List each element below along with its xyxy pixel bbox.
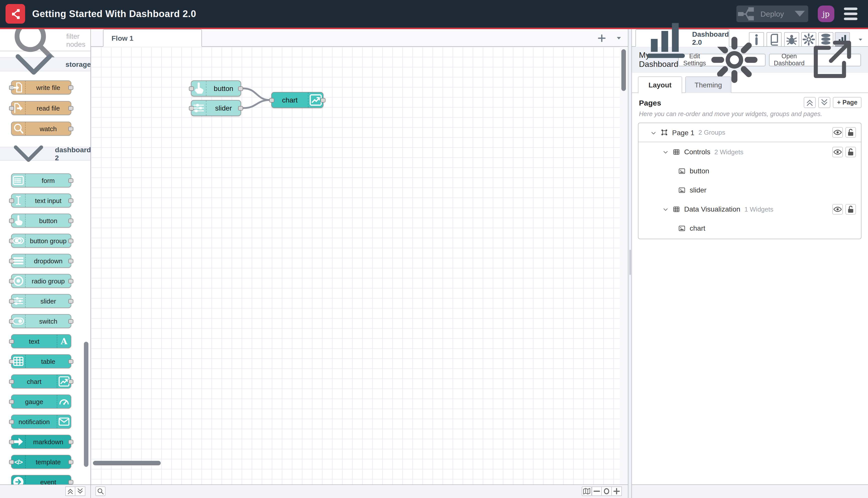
- port-out[interactable]: [320, 98, 325, 102]
- port-out[interactable]: [68, 85, 74, 90]
- palette-scrollbar[interactable]: [84, 342, 89, 467]
- palette-node-event[interactable]: event: [11, 475, 71, 484]
- zoom-in-button[interactable]: [612, 486, 622, 496]
- tree-row-data-visualization[interactable]: Data Visualization 1 Widgets: [639, 199, 861, 219]
- user-avatar[interactable]: jp: [818, 5, 834, 22]
- port-out[interactable]: [68, 178, 74, 183]
- palette-node-markdown[interactable]: markdown: [11, 435, 71, 449]
- collapse-all-button[interactable]: [65, 486, 75, 496]
- flow-canvas[interactable]: button slider chart: [91, 47, 620, 484]
- move-up-button[interactable]: [804, 97, 816, 108]
- move-down-button[interactable]: [818, 97, 831, 108]
- widget-count-badge: 2 Widgets: [714, 148, 744, 156]
- workspace: Flow 1 button slider: [91, 29, 628, 484]
- port-out[interactable]: [68, 218, 74, 223]
- port-out[interactable]: [68, 198, 74, 203]
- tab-debug[interactable]: [784, 32, 799, 47]
- palette-node-form[interactable]: form: [11, 173, 71, 187]
- flow-node-button[interactable]: button: [191, 80, 241, 96]
- edit-settings-button[interactable]: Edit Settings: [678, 53, 765, 66]
- flow-list-button[interactable]: [615, 35, 623, 42]
- chevron-down-icon[interactable]: [651, 129, 656, 135]
- palette-node-slider[interactable]: slider: [11, 294, 71, 308]
- palette-node-text-input[interactable]: text input: [11, 194, 71, 208]
- canvas-horizontal-scrollbar[interactable]: [93, 461, 161, 466]
- tree-row-widget-button[interactable]: button: [639, 161, 861, 180]
- tab-layout[interactable]: Layout: [638, 76, 682, 93]
- visibility-button[interactable]: [832, 146, 843, 157]
- pages-title: Pages: [639, 98, 661, 107]
- palette-node-text[interactable]: A text: [11, 334, 71, 348]
- sidebar-footer: [632, 484, 868, 498]
- canvas-vertical-scrollbar[interactable]: [622, 49, 626, 91]
- port-out[interactable]: [68, 106, 74, 110]
- filter-placeholder: filter nodes: [66, 32, 85, 48]
- sidebar-menu-button[interactable]: [857, 36, 864, 42]
- palette-node-chart[interactable]: chart: [11, 375, 71, 389]
- separator-drag-handle[interactable]: [629, 250, 631, 275]
- tree-row-widget-chart[interactable]: chart: [639, 219, 861, 238]
- main-menu-button[interactable]: [844, 8, 857, 20]
- port-out[interactable]: [68, 480, 74, 484]
- category-dashboard-2[interactable]: dashboard 2: [0, 147, 91, 161]
- port-out[interactable]: [238, 86, 243, 91]
- flow-node-slider[interactable]: slider: [191, 100, 241, 116]
- palette-node-read-file[interactable]: read file: [11, 101, 71, 115]
- palette-node-gauge[interactable]: gauge: [11, 394, 71, 408]
- lock-button[interactable]: [845, 204, 856, 214]
- port-out[interactable]: [238, 106, 243, 110]
- tab-theming[interactable]: Theming: [685, 76, 731, 93]
- deploy-button[interactable]: Deploy: [736, 5, 808, 22]
- layout-tree: Page 1 2 Groups Controls 2 Widgets: [638, 122, 862, 239]
- image-icon: [678, 186, 686, 194]
- port-out[interactable]: [68, 238, 74, 243]
- flow-node-chart[interactable]: chart: [271, 92, 323, 108]
- port-out[interactable]: [68, 127, 74, 131]
- visibility-button[interactable]: [832, 204, 843, 214]
- palette-node-dropdown[interactable]: dropdown: [11, 254, 71, 268]
- sidebar-separator[interactable]: [628, 29, 632, 498]
- zoom-reset-button[interactable]: [602, 486, 612, 496]
- tab-dashboard-2[interactable]: Dashboard 2.0: [636, 29, 729, 47]
- port-out[interactable]: [68, 259, 74, 263]
- tree-row-controls[interactable]: Controls 2 Widgets: [639, 142, 861, 161]
- expand-all-button[interactable]: [75, 486, 85, 496]
- palette-node-write-file[interactable]: write file: [11, 80, 71, 94]
- tab-flow-1[interactable]: Flow 1: [103, 29, 202, 47]
- port-out[interactable]: [68, 299, 74, 303]
- port-out[interactable]: [68, 319, 74, 323]
- navigator-map-button[interactable]: [582, 486, 592, 496]
- category-storage[interactable]: storage: [0, 57, 91, 71]
- visibility-button[interactable]: [832, 127, 843, 138]
- port-out[interactable]: [68, 379, 74, 384]
- deploy-caret-icon[interactable]: [789, 5, 808, 23]
- wires: [91, 47, 620, 484]
- add-page-button[interactable]: + Page: [833, 97, 862, 108]
- tree-row-page-1[interactable]: Page 1 2 Groups: [639, 123, 861, 142]
- palette-node-template[interactable]: </> template: [11, 455, 71, 469]
- lock-button[interactable]: [845, 146, 856, 157]
- palette-node-button-group[interactable]: button group: [11, 234, 71, 248]
- palette-node-switch[interactable]: switch: [11, 314, 71, 328]
- palette-node-notification[interactable]: notification: [11, 415, 71, 429]
- port-out[interactable]: [68, 279, 74, 283]
- chevron-down-icon[interactable]: [663, 149, 669, 155]
- port-out[interactable]: [68, 460, 74, 464]
- lock-button[interactable]: [845, 127, 856, 138]
- palette-node-table[interactable]: table: [11, 354, 71, 368]
- port-out[interactable]: [68, 359, 74, 364]
- palette-node-radio-group[interactable]: radio group: [11, 274, 71, 288]
- pages-caption: Here you can re-order and move your widg…: [639, 110, 822, 118]
- tab-help[interactable]: [766, 32, 782, 47]
- widget-count-badge: 1 Widgets: [745, 205, 774, 213]
- palette-node-button[interactable]: button: [11, 213, 71, 228]
- port-out[interactable]: [68, 440, 74, 444]
- search-flows-button[interactable]: [95, 486, 106, 496]
- add-flow-button[interactable]: [597, 33, 607, 43]
- artboard-icon: [660, 129, 668, 136]
- tree-row-widget-slider[interactable]: slider: [639, 180, 861, 199]
- chevron-down-icon[interactable]: [663, 206, 669, 212]
- zoom-out-button[interactable]: [592, 486, 602, 496]
- open-dashboard-button[interactable]: Open Dashboard: [769, 53, 861, 66]
- image-icon: [678, 224, 686, 232]
